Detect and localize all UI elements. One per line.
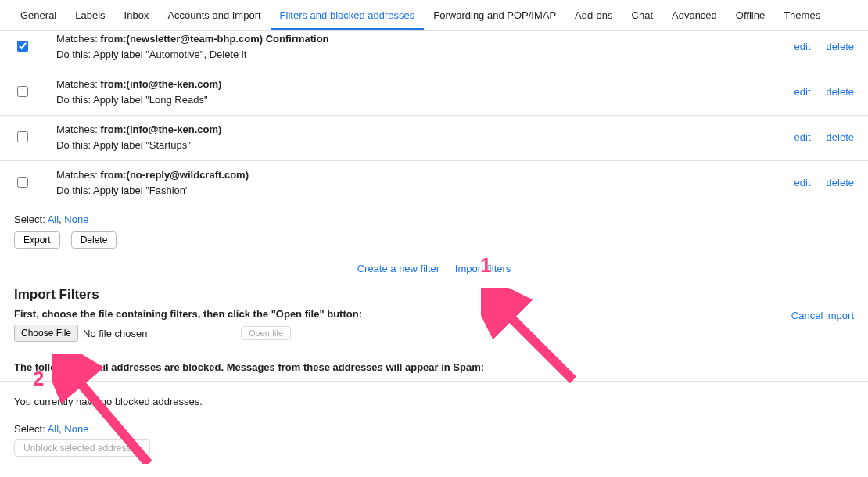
tab-offline[interactable]: Offline xyxy=(726,0,774,30)
settings-tabs: General Labels Inbox Accounts and Import… xyxy=(0,0,868,31)
filter-row: Matches: from:(no-reply@wildcraft.com)Do… xyxy=(0,161,868,206)
import-title: Import Filters xyxy=(14,287,99,303)
import-header: Import Filters xyxy=(0,279,868,308)
filter-checkbox[interactable] xyxy=(17,131,28,142)
edit-link[interactable]: edit xyxy=(794,177,811,188)
matches-label: Matches: xyxy=(56,33,100,45)
filters-list: Matches: from:(newsletter@team-bhp.com) … xyxy=(0,31,868,206)
matches-value: from:(info@the-ken.com) xyxy=(100,124,221,135)
file-row: Choose File No file chosen Open file xyxy=(0,323,868,350)
no-blocked-msg: You currently have no blocked addresses. xyxy=(0,382,868,415)
do-this: Do this: Apply label "Long Reads" xyxy=(56,92,794,108)
delete-link[interactable]: delete xyxy=(827,86,854,98)
edit-link[interactable]: edit xyxy=(794,131,811,143)
tab-forwarding[interactable]: Forwarding and POP/IMAP xyxy=(424,0,565,30)
matches-label: Matches: xyxy=(56,78,100,90)
blocked-select-row: Select: All, None xyxy=(0,415,868,438)
filter-body: Matches: from:(info@the-ken.com)Do this:… xyxy=(56,77,794,107)
tab-accounts[interactable]: Accounts and Import xyxy=(158,0,270,30)
matches-label: Matches: xyxy=(56,169,100,181)
filter-buttons-row: Export Delete xyxy=(0,230,868,256)
unblock-row: Unblock selected addresses xyxy=(0,438,868,464)
filter-body: Matches: from:(newsletter@team-bhp.com) … xyxy=(56,31,794,62)
filter-links: Create a new filter Import filters xyxy=(0,256,868,279)
row-actions: editdelete xyxy=(794,177,854,188)
comma: , xyxy=(59,423,62,435)
filter-checkbox[interactable] xyxy=(17,41,28,52)
choose-file-button[interactable]: Choose File xyxy=(14,325,78,342)
matches-label: Matches: xyxy=(56,124,100,135)
cancel-import-link[interactable]: Cancel import xyxy=(791,310,854,321)
filter-row: Matches: from:(newsletter@team-bhp.com) … xyxy=(0,31,868,70)
do-this: Do this: Apply label "Startups" xyxy=(56,138,794,153)
select-none-link[interactable]: None xyxy=(64,213,88,225)
do-this: Do this: Apply label "Fashion" xyxy=(56,183,794,199)
blocked-header: The following email addresses are blocke… xyxy=(0,350,868,382)
filter-body: Matches: from:(info@the-ken.com)Do this:… xyxy=(56,122,794,152)
blocked-select-all-link[interactable]: All xyxy=(48,423,59,435)
matches-value: from:(info@the-ken.com) xyxy=(100,78,221,90)
select-all-link[interactable]: All xyxy=(48,213,59,225)
tab-inbox[interactable]: Inbox xyxy=(115,0,159,30)
delete-link[interactable]: delete xyxy=(827,177,854,188)
annotation-number-2: 2 xyxy=(33,367,44,391)
no-file-label: No file chosen xyxy=(83,328,147,339)
filter-row: Matches: from:(info@the-ken.com)Do this:… xyxy=(0,70,868,116)
tab-advanced[interactable]: Advanced xyxy=(662,0,726,30)
delete-link[interactable]: delete xyxy=(827,41,854,52)
annotation-number-1: 1 xyxy=(480,253,491,278)
unblock-button[interactable]: Unblock selected addresses xyxy=(14,439,150,457)
comma: , xyxy=(59,213,62,225)
delete-link[interactable]: delete xyxy=(827,131,854,143)
delete-button[interactable]: Delete xyxy=(71,231,117,249)
matches-value: from:(newsletter@team-bhp.com) Confirmat… xyxy=(100,33,328,45)
select-label: Select: xyxy=(14,213,45,225)
import-instructions: First, choose the file containing filter… xyxy=(14,308,376,323)
filter-body: Matches: from:(no-reply@wildcraft.com)Do… xyxy=(56,167,794,198)
row-actions: editdelete xyxy=(794,86,854,98)
open-file-button[interactable]: Open file xyxy=(241,326,291,340)
tab-general[interactable]: General xyxy=(11,0,66,30)
select-label: Select: xyxy=(14,423,45,435)
edit-link[interactable]: edit xyxy=(794,41,811,52)
filter-checkbox[interactable] xyxy=(17,86,28,97)
tab-addons[interactable]: Add-ons xyxy=(565,0,622,30)
row-actions: editdelete xyxy=(794,131,854,143)
tab-filters[interactable]: Filters and blocked addresses xyxy=(271,0,425,30)
select-row: Select: All, None xyxy=(0,206,868,230)
export-button[interactable]: Export xyxy=(14,231,60,249)
create-filter-link[interactable]: Create a new filter xyxy=(357,263,440,274)
filter-checkbox[interactable] xyxy=(17,177,28,188)
tab-themes[interactable]: Themes xyxy=(774,0,830,30)
do-this: Do this: Apply label "Automotive", Delet… xyxy=(56,47,794,63)
tab-labels[interactable]: Labels xyxy=(66,0,114,30)
blocked-select-none-link[interactable]: None xyxy=(64,423,88,435)
matches-value: from:(no-reply@wildcraft.com) xyxy=(100,169,249,181)
filter-row: Matches: from:(info@the-ken.com)Do this:… xyxy=(0,116,868,161)
edit-link[interactable]: edit xyxy=(794,86,811,98)
tab-chat[interactable]: Chat xyxy=(622,0,662,30)
row-actions: editdelete xyxy=(794,41,854,52)
